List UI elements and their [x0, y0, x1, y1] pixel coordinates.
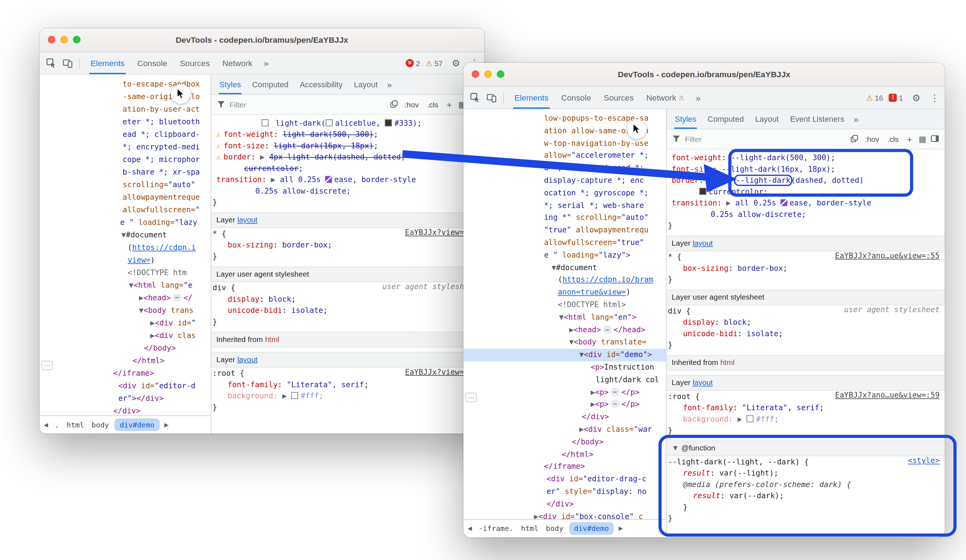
style-declaration-line[interactable]: font-family: "Literata", serif;	[211, 379, 484, 390]
dom-tree-row[interactable]: ation allow-same-origin	[463, 125, 666, 138]
style-declaration-line[interactable]: }	[211, 316, 484, 327]
panel-tab-elements[interactable]: Elements	[84, 52, 131, 74]
stylesheet-source-link[interactable]: EaYBJJx?view=	[405, 228, 464, 237]
dom-tree-row[interactable]: ation-by-user-act	[39, 103, 211, 116]
dom-tree-row[interactable]: ▼<html lang="e	[39, 279, 211, 291]
breadcrumb-forward-icon[interactable]: ▶	[616, 525, 626, 531]
style-declaration-line[interactable]: }	[667, 274, 945, 285]
dom-tree-row[interactable]: allow="accelerometer *;	[463, 150, 666, 162]
dom-tree-row[interactable]: <!DOCTYPE html>	[463, 299, 666, 312]
dom-tree-row[interactable]: ead *; clipboard-	[39, 128, 211, 141]
expand-inline-button[interactable]: ⋯	[172, 293, 182, 302]
close-button[interactable]	[472, 70, 479, 78]
style-declaration-line[interactable]: 0.25s allow-discrete;	[211, 185, 484, 196]
more-tabs-chevron[interactable]: »	[383, 79, 396, 90]
class-toggle[interactable]: .cls	[425, 99, 440, 110]
zoom-button[interactable]	[73, 36, 80, 43]
dom-tree-row[interactable]: allowfullscreen="true"	[463, 237, 666, 249]
style-declaration-line[interactable]: ⚠font-weight: light-dark(500, 300);	[211, 129, 484, 140]
dom-tree-row[interactable]: view=)	[39, 254, 211, 267]
console-warnings-badge[interactable]: ⚠ 57	[426, 59, 442, 67]
style-declaration-line[interactable]: display: block;	[667, 317, 945, 328]
style-declaration-line[interactable]: --light-dark(--light, --dark) {<style>	[667, 456, 945, 467]
new-style-rule-button[interactable]: +	[445, 100, 454, 110]
panel-tab-network[interactable]: Network	[216, 52, 258, 74]
style-declaration-line[interactable]: }	[211, 251, 484, 262]
expand-inline-button[interactable]: ⋯	[603, 325, 612, 333]
device-toolbar-icon[interactable]	[483, 90, 499, 105]
dom-tree-row[interactable]: e " loading="lazy	[39, 216, 211, 229]
issues-badge[interactable]: ! 1	[889, 93, 903, 102]
more-tabs-chevron[interactable]: »	[692, 93, 705, 103]
style-declaration-line[interactable]: border: ▶ 4px --light-dark(dashed, dotte…	[667, 175, 945, 186]
style-declaration-line[interactable]: }	[667, 339, 945, 350]
hidden-elements-button[interactable]: ⋯	[41, 361, 53, 370]
inspect-icon[interactable]	[467, 90, 483, 105]
dock-side-icon[interactable]	[931, 134, 939, 145]
style-declaration-line[interactable]: }	[211, 401, 484, 413]
breadcrumb-item-body[interactable]: body	[88, 420, 113, 429]
style-declaration-line[interactable]: box-sizing: border-box;	[667, 263, 945, 274]
dom-tree-row[interactable]: "true" allowpaymentrequ	[463, 224, 666, 237]
dom-tree-row[interactable]: -same-origin allo	[39, 90, 211, 103]
style-declaration-line[interactable]: font-weight: --light-dark(500, 300);	[667, 152, 945, 163]
breadcrumb-back-icon[interactable]: ◀	[465, 525, 475, 531]
dom-tree-row[interactable]: </iframe>	[463, 461, 666, 473]
style-declaration-line[interactable]: display: block;	[211, 293, 484, 305]
stylesheet-source-link[interactable]: user agent stylesheet	[844, 305, 940, 314]
style-declaration-line[interactable]: currentcolor;	[667, 186, 945, 197]
dom-tree-row[interactable]: ▼<body translate=	[463, 337, 666, 349]
style-declaration-line[interactable]: }	[667, 501, 945, 513]
dom-tree-row[interactable]: anon=true&view=)	[463, 287, 666, 299]
breadcrumb-forward-icon[interactable]: ▶	[161, 422, 171, 428]
dom-tree-row[interactable]: (https://cdpn.io/bram	[463, 274, 666, 287]
dom-tree-row[interactable]: ▼<html lang="en">	[463, 311, 666, 324]
expand-inline-button[interactable]: ⋯	[610, 400, 619, 408]
dom-tree-row[interactable]: ▶<div id="box-console" c	[463, 511, 666, 519]
sidebar-tab-computed[interactable]: Computed	[702, 109, 749, 129]
breadcrumb-item-body[interactable]: body	[542, 524, 567, 533]
dom-tree-row[interactable]: ▼<div id="demo">	[463, 349, 666, 361]
dom-tree-row[interactable]: ▼#document	[39, 229, 211, 241]
zoom-button[interactable]	[497, 70, 504, 78]
panel-tab-console[interactable]: Console	[555, 87, 597, 108]
sidebar-tab-computed[interactable]: Computed	[246, 75, 294, 94]
easing-icon[interactable]	[781, 199, 788, 206]
dom-tree-row[interactable]: scrolling="auto"	[39, 178, 211, 191]
device-toolbar-icon[interactable]	[60, 56, 75, 71]
dom-tree-row[interactable]: *; serial *; web-share	[463, 200, 666, 212]
style-declaration-line[interactable]: :root {EaYBJJx?ano…ue&view=:59	[667, 391, 945, 402]
dom-tree-row[interactable]: </div>	[463, 498, 666, 511]
filter-funnel-icon[interactable]	[217, 99, 225, 110]
breadcrumb-item-html[interactable]: html	[518, 524, 542, 533]
console-errors-badge[interactable]: ✕ 2	[406, 59, 420, 67]
dom-tree-row[interactable]: </iframe>	[39, 367, 211, 380]
breadcrumb-item-html[interactable]: html	[63, 420, 88, 429]
dom-tree-row[interactable]: a *; clipboard-read *;	[463, 162, 666, 175]
dom-tree-row[interactable]: eter *; bluetooth	[39, 116, 211, 128]
style-declaration-line[interactable]: }	[667, 425, 945, 436]
style-declaration-line[interactable]: :root {EaYBJJx?view=	[211, 367, 484, 378]
dom-tree-row[interactable]: ocation *; gyroscope *;	[463, 187, 666, 200]
dom-tree-row[interactable]: ▶<p>⋯</p>	[463, 399, 666, 411]
dom-tree-row[interactable]: ▶<p>⋯</p>	[463, 386, 666, 399]
panel-tab-sources[interactable]: Sources	[174, 52, 216, 74]
style-declaration-line[interactable]: div {user agent stylesheet	[667, 305, 945, 316]
titlebar[interactable]: DevTools - codepen.io/bramus/pen/EaYBJJx	[39, 28, 484, 52]
stylesheet-source-link[interactable]: EaYBJJx?ano…ue&view=:55	[835, 251, 940, 260]
dom-tree-row[interactable]: e " loading="lazy">	[463, 249, 666, 262]
style-declaration-line[interactable]: result: var(--light);	[667, 468, 945, 479]
dom-tree-row[interactable]: low-popups-to-escape-sa	[463, 113, 666, 125]
stylesheet-source-link[interactable]: EaYBJJx?view=	[405, 367, 464, 376]
style-declaration-line[interactable]: light-dark(aliceblue, #333);	[211, 118, 484, 129]
dom-tree-row[interactable]: cope *; microphor	[39, 153, 211, 166]
style-declaration-line[interactable]: box-sizing: border-box;	[211, 239, 484, 251]
minimize-button[interactable]	[484, 70, 492, 78]
sidebar-tab-event-listeners[interactable]: Event Listeners	[784, 109, 850, 129]
style-declaration-line[interactable]: background: ▶ #fff;	[211, 390, 484, 401]
dom-tree-row[interactable]: ▼#document	[463, 262, 666, 274]
more-tabs-chevron[interactable]: »	[260, 58, 273, 68]
filter-input[interactable]: Filter	[230, 100, 246, 109]
dom-tree-row[interactable]: <p>Instruction	[463, 361, 666, 374]
style-declaration-line[interactable]: unicode-bidi: isolate;	[211, 305, 484, 316]
